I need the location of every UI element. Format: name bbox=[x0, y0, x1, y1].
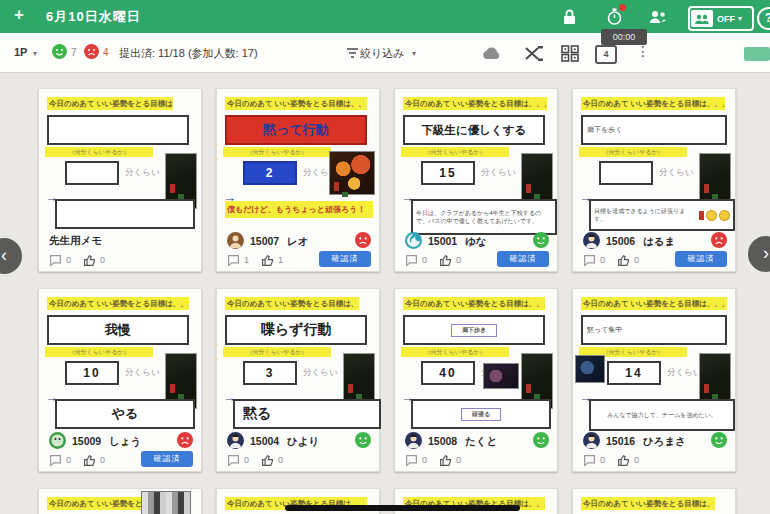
cloud-icon[interactable] bbox=[482, 43, 502, 63]
avatar bbox=[227, 432, 244, 449]
submission-card[interactable]: 今日のめあて いい姿勢をとる目標は、、、 （何分くらいやるか） 分くらい → 先… bbox=[38, 88, 202, 272]
student-id: 15009 bbox=[72, 435, 101, 447]
avatar bbox=[227, 232, 244, 249]
teacher-memo-label: 先生用メモ bbox=[49, 234, 102, 248]
app-header: + 6月10日水曜日 OFF ▾ ? bbox=[0, 0, 770, 33]
card-heading: 今日のめあて いい姿勢をとる目標は、、、 bbox=[581, 97, 725, 110]
avatar bbox=[583, 232, 600, 249]
timer-notification-dot bbox=[619, 4, 626, 11]
minutes-box: 40 bbox=[421, 361, 475, 385]
student-name: ひより bbox=[287, 435, 319, 449]
page-selector-caret-icon: ▾ bbox=[33, 49, 37, 58]
toolbar: 1P ▾ 7 4 提出済: 11/18 (参加人数: 17) 絞り込み ▾ 4 … bbox=[0, 33, 770, 73]
student-name: たくと bbox=[465, 435, 497, 449]
submission-card[interactable]: 今日のめあて いい姿勢をとる目標は、、、 我慢 （何分くらいやるか） 10 分く… bbox=[38, 288, 202, 472]
goal-box bbox=[47, 115, 189, 145]
minutes-label: 分くらい bbox=[125, 167, 160, 179]
minutes-box: 2 bbox=[243, 161, 297, 185]
compare-grid-icon[interactable] bbox=[560, 43, 580, 63]
card-subheading: （何分くらいやるか） bbox=[401, 147, 509, 157]
minutes-box: 10 bbox=[65, 361, 119, 385]
minutes-label: 分くらい bbox=[659, 167, 694, 179]
submission-card[interactable]: 今日のめあて いい姿勢をとる目標は、、、 下級生に優しくする （何分くらいやるか… bbox=[394, 88, 558, 272]
goal-box: 我慢 bbox=[47, 315, 189, 345]
goal-box: 廊下を歩く bbox=[581, 115, 727, 145]
red-sticker bbox=[699, 211, 704, 220]
timer-tooltip: 00:00 bbox=[601, 29, 647, 45]
card-subheading: （何分くらいやるか） bbox=[45, 347, 153, 357]
confirm-button[interactable]: 確認済 bbox=[319, 251, 371, 267]
answer-box: 目標を達成できるように頑張ります。 bbox=[589, 199, 735, 231]
submission-card[interactable]: 今日のめあて いい姿勢をとる目標は、、、 廊下歩き （何分くらいやるか） 40 … bbox=[394, 288, 558, 472]
lock-icon[interactable] bbox=[558, 6, 580, 28]
off-toggle-label: OFF bbox=[717, 14, 735, 24]
student-id: 15008 bbox=[428, 435, 457, 447]
avatar bbox=[49, 432, 66, 449]
comment-count: 0 bbox=[66, 455, 71, 465]
submission-card[interactable]: 今日のめあて いい姿勢をとる目標は、、、 黙って行動 （何分くらいやるか） 2 … bbox=[216, 88, 380, 272]
submission-card[interactable]: 今日のめあて いい姿勢をとる目標は、、、 廊下を歩く （何分くらいやるか） 分く… bbox=[572, 88, 736, 272]
status-happy-icon bbox=[533, 432, 549, 448]
off-toggle-button[interactable]: OFF ▾ bbox=[688, 6, 754, 31]
answer-box: 今日は、クラブがあるから4年生と下校するので、バスの中で優しく教えてあげたいです… bbox=[411, 199, 557, 235]
share-users-icon[interactable] bbox=[648, 6, 670, 28]
sad-count: 4 bbox=[103, 47, 109, 58]
like-count: 0 bbox=[100, 455, 105, 465]
add-icon[interactable]: + bbox=[14, 5, 24, 25]
status-sad-icon bbox=[355, 232, 371, 248]
student-name: ゆな bbox=[465, 235, 487, 249]
kebab-menu-icon[interactable]: ⋮ bbox=[636, 43, 650, 59]
student-id: 15006 bbox=[606, 235, 635, 247]
student-note: 僕もだけど、もうちょっと頑張ろう！ bbox=[225, 201, 373, 218]
timer-icon[interactable] bbox=[603, 6, 625, 28]
comment-count: 0 bbox=[244, 455, 249, 465]
submission-card-partial[interactable]: 今日のめあて いい姿勢をとる目標は、、、 bbox=[572, 488, 736, 514]
like-count: 0 bbox=[456, 455, 461, 465]
photo-thumbnail-small bbox=[483, 363, 519, 389]
card-heading: 今日のめあて いい姿勢をとる目標は、、、 bbox=[225, 297, 359, 310]
avatar bbox=[405, 232, 422, 249]
comment-count: 0 bbox=[600, 455, 605, 465]
goal-box: 黙って集中 bbox=[581, 315, 727, 345]
filter-caret-icon: ▾ bbox=[412, 49, 416, 58]
card-heading: 今日のめあて いい姿勢をとる目標は、、、 bbox=[47, 97, 173, 110]
status-happy-icon bbox=[711, 432, 727, 448]
card-heading: 今日のめあて いい姿勢をとる目標は、、、 bbox=[225, 97, 367, 110]
like-count: 0 bbox=[100, 255, 105, 265]
student-id: 15007 bbox=[250, 235, 279, 247]
minutes-box bbox=[599, 161, 653, 185]
submission-card-partial[interactable]: 今日のめあて いい姿勢をとる目標は、、、 bbox=[38, 488, 202, 514]
filter-dropdown[interactable]: 絞り込み bbox=[360, 46, 405, 61]
comment-count: 0 bbox=[600, 255, 605, 265]
minutes-label: 分くらい bbox=[667, 367, 702, 379]
minutes-box: 3 bbox=[243, 361, 297, 385]
filter-icon bbox=[342, 43, 362, 63]
happy-face-icon[interactable] bbox=[52, 44, 67, 59]
submission-card[interactable]: 今日のめあて いい姿勢をとる目標は、、、 黙って集中 （何分くらいやるか） 14… bbox=[572, 288, 736, 472]
goal-box: 喋らず行動 bbox=[225, 315, 367, 345]
status-sad-icon bbox=[177, 432, 193, 448]
photo-thumbnail bbox=[329, 151, 375, 195]
student-name: しょう bbox=[109, 435, 141, 449]
help-icon[interactable]: ? bbox=[757, 7, 770, 30]
answer-box: 黙る bbox=[233, 399, 381, 429]
page-selector[interactable]: 1P bbox=[14, 46, 27, 58]
card-subheading: （何分くらいやるか） bbox=[579, 147, 687, 157]
card-subheading: （何分くらいやるか） bbox=[223, 347, 331, 357]
like-count: 0 bbox=[634, 255, 639, 265]
status-happy-icon bbox=[533, 232, 549, 248]
confirm-button[interactable]: 確認済 bbox=[497, 251, 549, 267]
shuffle-icon[interactable] bbox=[524, 43, 544, 63]
goal-box: 下級生に優しくする bbox=[403, 115, 545, 145]
window-count-icon[interactable]: 4 bbox=[595, 45, 617, 64]
sad-face-icon[interactable] bbox=[84, 44, 99, 59]
confirm-button[interactable]: 確認済 bbox=[675, 251, 727, 267]
comment-count: 1 bbox=[244, 255, 249, 265]
confirm-button[interactable]: 確認済 bbox=[141, 451, 193, 467]
home-indicator-bar bbox=[285, 505, 520, 511]
next-page-button[interactable]: › bbox=[748, 236, 770, 272]
answer-box: 頑張る bbox=[411, 399, 551, 429]
prev-page-button[interactable]: ‹ bbox=[0, 238, 22, 274]
chevron-down-icon: ▾ bbox=[738, 14, 742, 23]
submission-card[interactable]: 今日のめあて いい姿勢をとる目標は、、、 喋らず行動 （何分くらいやるか） 3 … bbox=[216, 288, 380, 472]
